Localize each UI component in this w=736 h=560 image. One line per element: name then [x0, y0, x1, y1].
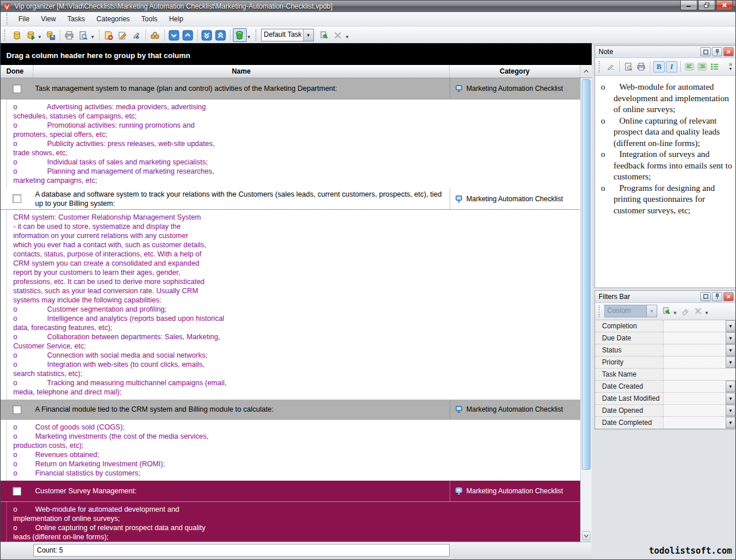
- note-content[interactable]: o Web-module for automated development a…: [595, 76, 735, 287]
- restore-button[interactable]: [698, 1, 715, 10]
- task-template-combo-arrow[interactable]: ▼: [303, 29, 313, 41]
- app-icon: [3, 2, 11, 10]
- table-row[interactable]: Task management system to manage (plan a…: [1, 78, 580, 99]
- filter-value[interactable]: [663, 405, 726, 416]
- vertical-scrollbar[interactable]: [580, 78, 592, 542]
- table-row[interactable]: A database and software system to track …: [1, 188, 580, 210]
- apply-filter-button[interactable]: [317, 28, 331, 42]
- note-print-preview-button[interactable]: [622, 60, 635, 73]
- close-button[interactable]: [716, 1, 733, 10]
- menu-tasks[interactable]: Tasks: [62, 13, 90, 25]
- done-checkbox[interactable]: [13, 194, 21, 203]
- filter-dropdown-button[interactable]: ▼: [726, 393, 735, 404]
- filter-value[interactable]: [663, 344, 726, 356]
- new-task-button[interactable]: [102, 28, 116, 42]
- column-header-done[interactable]: Done: [1, 65, 33, 78]
- filter-row: Date Opened ▼: [595, 405, 735, 417]
- filter-value[interactable]: [663, 381, 726, 392]
- task-details: o Advertising activities: media provider…: [1, 99, 580, 188]
- menu-view[interactable]: View: [36, 13, 61, 25]
- filter-button[interactable]: [233, 28, 247, 42]
- edit-note-button[interactable]: [604, 60, 617, 73]
- color-task-button[interactable]: [129, 28, 143, 42]
- move-top-button[interactable]: [214, 28, 228, 42]
- move-up-button[interactable]: [181, 28, 195, 42]
- apply-filter-caret[interactable]: ▼: [673, 310, 677, 316]
- filters-pin-button[interactable]: [712, 292, 722, 301]
- delete-filter-button[interactable]: [692, 305, 704, 317]
- filter-dropdown-button[interactable]: ▼: [726, 344, 735, 356]
- filter-caret[interactable]: ▼: [247, 34, 251, 40]
- menu-categories[interactable]: Categories: [91, 13, 135, 25]
- filter-dropdown-button[interactable]: ▼: [726, 405, 735, 416]
- filters-toolbar-overflow[interactable]: ▼: [704, 310, 709, 316]
- italic-button[interactable]: I: [665, 60, 678, 73]
- filter-value[interactable]: [663, 369, 735, 380]
- clear-filter-icon: [334, 31, 342, 40]
- bold-button[interactable]: B: [653, 60, 665, 73]
- filter-preset-combo[interactable]: Custom ▼: [604, 305, 657, 317]
- minimize-button[interactable]: [680, 1, 697, 10]
- search-button[interactable]: [148, 28, 162, 42]
- move-bottom-button[interactable]: [200, 28, 214, 42]
- task-template-combo[interactable]: Default Task ▼: [261, 29, 314, 41]
- print-preview-button[interactable]: [76, 28, 90, 42]
- toolbar-grip: [255, 29, 259, 41]
- filter-dropdown-button[interactable]: ▼: [726, 320, 735, 332]
- clear-filter-button[interactable]: [331, 28, 345, 42]
- note-close-button[interactable]: [723, 47, 734, 56]
- filters-close-button[interactable]: [723, 292, 734, 301]
- table-row[interactable]: A Financial module tied to the CRM syste…: [1, 400, 580, 420]
- apply-filter-button[interactable]: [660, 305, 673, 317]
- print-button[interactable]: [63, 28, 76, 42]
- column-header-category[interactable]: Category: [450, 65, 580, 78]
- done-checkbox[interactable]: [13, 487, 21, 496]
- menu-bar: File View Tasks Categories Tools Help: [1, 12, 735, 26]
- filter-preset-combo-arrow[interactable]: ▼: [646, 305, 657, 317]
- column-header-name[interactable]: Name: [33, 65, 450, 78]
- menu-file[interactable]: File: [13, 13, 34, 25]
- save-database-button[interactable]: [44, 28, 57, 42]
- toolbar-separator: [145, 29, 146, 41]
- print-preview-caret[interactable]: ▼: [90, 34, 95, 40]
- note-toolbar-overflow[interactable]: »▼: [729, 62, 734, 71]
- filters-restore-button[interactable]: [700, 292, 711, 301]
- new-database-button[interactable]: [10, 28, 24, 42]
- bullet-list-button[interactable]: [708, 60, 721, 73]
- scroll-up-button[interactable]: [580, 65, 592, 78]
- bullet-marker: o: [601, 149, 614, 183]
- note-pin-button[interactable]: [712, 47, 722, 56]
- filter-value[interactable]: [663, 332, 726, 344]
- note-panel: Note: [595, 45, 736, 288]
- done-checkbox[interactable]: [13, 405, 21, 414]
- title-bar: Vip organizer [M:\Vlad\Checklists\Market…: [1, 1, 735, 12]
- menu-help[interactable]: Help: [164, 13, 189, 25]
- note-restore-button[interactable]: [700, 47, 711, 56]
- align-right-button[interactable]: [696, 60, 708, 73]
- filter-dropdown-button[interactable]: ▼: [726, 356, 735, 368]
- bullet-marker: o: [601, 82, 614, 116]
- filter-value[interactable]: [663, 320, 726, 332]
- filter-dropdown-button[interactable]: ▼: [726, 332, 735, 344]
- align-left-button[interactable]: [683, 60, 696, 73]
- scrollbar-thumb[interactable]: [582, 79, 591, 470]
- filter-value[interactable]: [663, 417, 726, 428]
- edit-task-button[interactable]: [116, 28, 129, 42]
- done-checkbox[interactable]: [13, 85, 21, 93]
- group-by-bar[interactable]: Drag a column header here to group by th…: [1, 45, 592, 65]
- scroll-down-button[interactable]: [582, 531, 591, 540]
- toolbar-separator: [680, 61, 681, 72]
- note-print-button[interactable]: [635, 60, 647, 73]
- toolbar-overflow-caret[interactable]: ▼: [345, 34, 350, 40]
- filter-dropdown-button[interactable]: ▼: [726, 381, 735, 392]
- filter-value[interactable]: [663, 393, 726, 404]
- table-row-selected[interactable]: Customer Survey Management: Marketing Au…: [1, 481, 580, 502]
- open-database-caret[interactable]: ▼: [37, 34, 42, 40]
- filter-dropdown-button[interactable]: ▼: [726, 417, 735, 428]
- move-down-button[interactable]: [167, 28, 181, 42]
- menu-tools[interactable]: Tools: [136, 13, 163, 25]
- filter-value[interactable]: [663, 356, 726, 368]
- open-database-button[interactable]: [24, 28, 37, 42]
- toolbar-separator: [60, 29, 60, 41]
- erase-filter-button[interactable]: [679, 305, 692, 317]
